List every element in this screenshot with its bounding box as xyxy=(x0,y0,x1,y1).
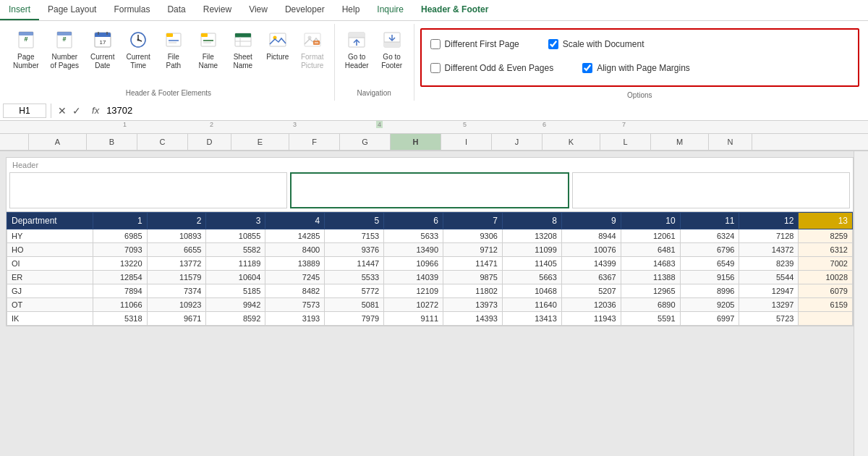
data-cell[interactable]: 7153 xyxy=(325,229,384,243)
ribbon-tab-developer[interactable]: Developer xyxy=(276,0,333,20)
data-cell[interactable]: 13889 xyxy=(265,257,325,271)
data-cell[interactable]: 6159 xyxy=(799,298,853,312)
data-cell[interactable]: 9306 xyxy=(443,229,503,243)
data-cell[interactable]: 14372 xyxy=(739,243,799,257)
data-cell[interactable]: 11405 xyxy=(502,257,561,271)
data-cell[interactable]: 5591 xyxy=(621,312,680,326)
data-cell[interactable]: 7002 xyxy=(799,257,853,271)
dept-cell[interactable]: HO xyxy=(7,243,93,257)
data-cell[interactable]: 12854 xyxy=(93,271,147,284)
data-cell[interactable]: 14399 xyxy=(561,257,621,271)
ribbon-tab-inquire[interactable]: Inquire xyxy=(368,0,412,20)
data-cell[interactable]: 12036 xyxy=(561,298,621,312)
data-cell[interactable]: 13772 xyxy=(147,257,206,271)
sheet-name-button[interactable]: Sheet Name xyxy=(227,25,259,73)
different-first-page-checkbox[interactable] xyxy=(430,39,441,49)
data-cell[interactable]: 13220 xyxy=(93,257,147,271)
col-header-a[interactable]: A xyxy=(29,134,87,150)
data-cell[interactable]: 14393 xyxy=(443,312,503,326)
data-cell[interactable]: 10923 xyxy=(147,298,206,312)
data-cell[interactable]: 9156 xyxy=(680,271,739,284)
dept-cell[interactable]: HY xyxy=(7,229,93,243)
dept-cell[interactable]: IK xyxy=(7,312,93,326)
col-header-c[interactable]: C xyxy=(137,134,188,150)
ribbon-tab-help[interactable]: Help xyxy=(333,0,369,20)
data-cell[interactable]: 7374 xyxy=(147,284,206,298)
dept-cell[interactable]: GJ xyxy=(7,284,93,298)
data-cell[interactable]: 7979 xyxy=(325,312,384,326)
data-cell[interactable]: 10272 xyxy=(384,298,443,312)
data-cell[interactable]: 11388 xyxy=(621,271,680,284)
number-of-pages-button[interactable]: # Number of Pages xyxy=(46,25,83,73)
col-header-m[interactable]: M xyxy=(651,134,709,150)
data-cell[interactable]: 9875 xyxy=(443,271,503,284)
data-cell[interactable]: 8996 xyxy=(680,284,739,298)
file-name-button[interactable]: File Name xyxy=(192,25,224,73)
data-cell[interactable]: 5582 xyxy=(206,243,265,257)
data-cell[interactable]: 8239 xyxy=(739,257,799,271)
data-cell[interactable]: 14683 xyxy=(621,257,680,271)
data-cell[interactable]: 8592 xyxy=(206,312,265,326)
data-cell[interactable]: 11943 xyxy=(561,312,621,326)
data-cell[interactable]: 5633 xyxy=(384,229,443,243)
formula-input[interactable] xyxy=(103,104,865,117)
data-cell[interactable]: 10893 xyxy=(147,229,206,243)
data-cell[interactable]: 6796 xyxy=(680,243,739,257)
data-cell[interactable]: 13208 xyxy=(502,229,561,243)
data-cell[interactable]: 6997 xyxy=(680,312,739,326)
data-cell[interactable]: 10028 xyxy=(799,271,853,284)
col-header-b[interactable]: B xyxy=(87,134,137,150)
table-row[interactable]: GJ78947374518584825772121091180210468520… xyxy=(7,284,853,298)
data-cell[interactable]: 7093 xyxy=(93,243,147,257)
data-cell[interactable]: 8944 xyxy=(561,229,621,243)
col-header-k[interactable]: K xyxy=(542,134,600,150)
data-cell[interactable]: 5723 xyxy=(739,312,799,326)
data-cell[interactable]: 11447 xyxy=(325,257,384,271)
data-cell[interactable]: 6312 xyxy=(799,243,853,257)
col-header-l[interactable]: L xyxy=(600,134,651,150)
data-cell[interactable]: 11189 xyxy=(206,257,265,271)
data-cell[interactable]: 11802 xyxy=(443,284,503,298)
data-cell[interactable]: 10855 xyxy=(206,229,265,243)
data-cell[interactable]: 7894 xyxy=(93,284,147,298)
data-cell[interactable]: 8482 xyxy=(265,284,325,298)
different-odd-even-checkbox[interactable] xyxy=(430,63,441,73)
table-row[interactable]: ER12854115791060472455533140399875566363… xyxy=(7,271,853,284)
data-cell[interactable]: 3193 xyxy=(265,312,325,326)
dept-cell[interactable]: ER xyxy=(7,271,93,284)
data-cell[interactable]: 11066 xyxy=(93,298,147,312)
ribbon-tab-page-layout[interactable]: Page Layout xyxy=(39,0,105,20)
current-date-button[interactable]: 17 Current Date xyxy=(86,25,119,73)
data-cell[interactable]: 6079 xyxy=(799,284,853,298)
data-cell[interactable]: 13490 xyxy=(384,243,443,257)
header-box-right[interactable] xyxy=(572,172,850,208)
data-cell[interactable]: 13973 xyxy=(443,298,503,312)
col-header-e[interactable]: E xyxy=(231,134,289,150)
col-header-h[interactable]: H xyxy=(391,134,441,150)
data-cell[interactable]: 11471 xyxy=(443,257,503,271)
right-scrollbar[interactable] xyxy=(854,151,868,456)
data-cell[interactable]: 11099 xyxy=(502,243,561,257)
dept-cell[interactable]: OT xyxy=(7,298,93,312)
data-cell[interactable]: 9205 xyxy=(680,298,739,312)
table-row[interactable]: IK53189671859231937979911114393134131194… xyxy=(7,312,853,326)
col-header-f[interactable]: F xyxy=(289,134,340,150)
different-odd-even-option[interactable]: Different Odd & Even Pages xyxy=(430,63,554,73)
table-row[interactable]: OT11066109239942757350811027213973116401… xyxy=(7,298,853,312)
data-cell[interactable]: 12061 xyxy=(621,229,680,243)
data-cell[interactable]: 13413 xyxy=(502,312,561,326)
data-cell[interactable]: 7573 xyxy=(265,298,325,312)
ribbon-tab-header-footer[interactable]: Header & Footer xyxy=(412,0,497,20)
col-header-i[interactable]: I xyxy=(441,134,492,150)
ribbon-tab-formulas[interactable]: Formulas xyxy=(105,0,158,20)
header-box-left[interactable] xyxy=(9,172,287,208)
data-cell[interactable]: 10604 xyxy=(206,271,265,284)
page-number-button[interactable]: # Page Number xyxy=(9,25,43,73)
picture-button[interactable]: Picture xyxy=(262,25,294,64)
data-cell[interactable]: 6655 xyxy=(147,243,206,257)
current-time-button[interactable]: Current Time xyxy=(122,25,154,73)
data-cell[interactable]: 7245 xyxy=(265,271,325,284)
data-cell[interactable]: 9376 xyxy=(325,243,384,257)
different-first-page-option[interactable]: Different First Page xyxy=(430,39,519,49)
table-row[interactable]: HY69851089310855142857153563393061320889… xyxy=(7,229,853,243)
